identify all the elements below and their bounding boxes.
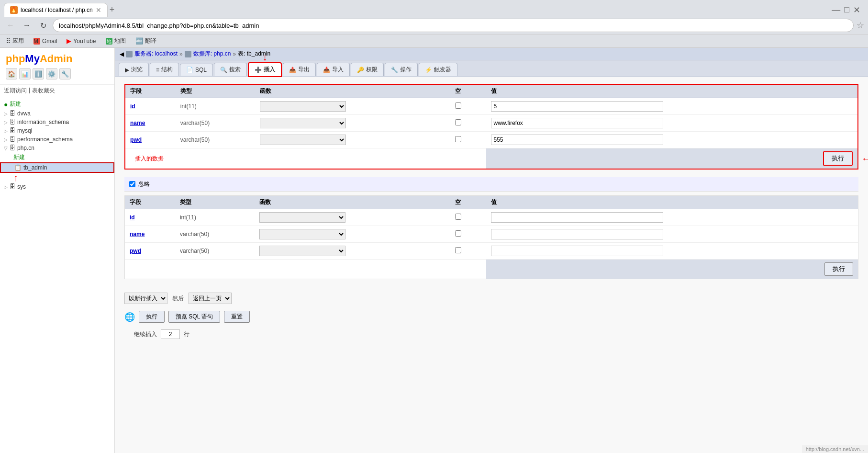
table-row: id int(11) [125, 209, 858, 226]
pma-info-icon[interactable]: ℹ️ [33, 68, 44, 79]
export-label: 导出 [298, 66, 310, 74]
field-id-1[interactable]: id [130, 103, 135, 110]
pma-db-icon[interactable]: 📊 [19, 68, 31, 79]
bookmark-youtube-label: YouTube [73, 38, 96, 45]
type-pwd-2: varchar(50) [180, 248, 209, 254]
dvwa-db-icon: 🗄 [10, 110, 15, 117]
bookmark-maps[interactable]: 地 地图 [104, 36, 128, 46]
nav-sep: | [29, 87, 30, 95]
triggers-label: 触发器 [434, 66, 451, 74]
field-id-2[interactable]: id [130, 214, 135, 221]
tab-structure[interactable]: ≡ 结构 [150, 63, 179, 76]
value-input-id-2[interactable] [491, 212, 663, 223]
active-tab[interactable]: 🔥 localhost / localhost / php.cn ✕ [4, 3, 108, 17]
collapse-sidebar-btn[interactable]: ◀ [120, 51, 124, 57]
new-tab-button[interactable]: + [110, 5, 115, 15]
null-checkbox-pwd-2[interactable] [455, 247, 461, 253]
null-checkbox-pwd-1[interactable] [455, 136, 461, 142]
breadcrumb-db[interactable]: 数据库: php.cn [193, 50, 231, 58]
after-insert-select[interactable]: 返回上一页 [189, 293, 232, 304]
tab-search[interactable]: 🔍 搜索 [214, 63, 247, 76]
field-name-1[interactable]: name [130, 120, 145, 126]
mysql-toggle: ▷ [4, 128, 8, 134]
field-table-2: 字段 类型 函数 空 值 id int(11) [125, 196, 858, 279]
ignore-checkbox[interactable] [129, 181, 135, 187]
field-table-1: 字段 类型 函数 空 值 id int(11) [125, 85, 857, 169]
php-cn-label: php.cn [17, 145, 34, 151]
breadcrumb-sep2: » [233, 51, 236, 57]
tab-triggers[interactable]: ⚡ 触发器 [419, 63, 457, 76]
recent-visits-link[interactable]: 近期访问 [4, 87, 27, 95]
address-input[interactable] [53, 19, 854, 32]
field-name-2[interactable]: name [130, 231, 145, 238]
null-checkbox-id-2[interactable] [455, 214, 461, 220]
preview-sql-button[interactable]: 预览 SQL 语句 [168, 311, 220, 323]
bottom-execute-button[interactable]: 执行 [139, 311, 165, 323]
func-select-name-2[interactable] [259, 229, 345, 239]
tab-close-button[interactable]: ✕ [96, 6, 101, 14]
sidebar-nav-row: 近期访问 | 表收藏夹 [0, 85, 114, 97]
sidebar-item-new[interactable]: ● 新建 [0, 99, 114, 109]
func-select-name-1[interactable] [260, 118, 346, 128]
bookmark-translate[interactable]: 🔤 翻译 [134, 36, 158, 46]
breadcrumb-server[interactable]: 服务器: localhost [134, 50, 178, 58]
null-checkbox-name-1[interactable] [455, 119, 461, 125]
bookmark-gmail[interactable]: M Gmail [32, 37, 59, 45]
value-input-name-1[interactable] [491, 118, 663, 128]
php-cn-db-icon: 🗄 [10, 145, 15, 151]
bookmark-star-button[interactable]: ☆ [857, 20, 864, 31]
field-pwd-1[interactable]: pwd [130, 136, 142, 143]
func-select-id-1[interactable] [260, 101, 346, 112]
tab-import[interactable]: 📥 导入 [317, 63, 350, 76]
reload-button[interactable]: ↻ [36, 19, 50, 32]
close-window-button[interactable]: ✕ [853, 5, 860, 15]
func-select-pwd-1[interactable] [260, 135, 346, 145]
continue-count-input[interactable] [161, 329, 180, 339]
tab-operations[interactable]: 🔧 操作 [385, 63, 418, 76]
bookmark-youtube[interactable]: ▶ YouTube [65, 36, 98, 45]
tab-export[interactable]: 📤 导出 [283, 63, 316, 76]
null-checkbox-id-1[interactable] [455, 102, 461, 109]
pma-home-icon[interactable]: 🏠 [6, 68, 17, 79]
value-input-pwd-2[interactable] [491, 246, 663, 256]
insert-message: 插入的数据 [130, 153, 168, 164]
func-select-pwd-2[interactable] [259, 246, 345, 256]
forward-button[interactable]: → [20, 19, 33, 32]
execute-button-1[interactable]: 执行 [823, 151, 853, 166]
sidebar-item-dvwa[interactable]: ▷ 🗄 dvwa [0, 109, 114, 118]
pma-tools-icon[interactable]: 🔧 [59, 68, 71, 79]
gmail-icon: M [33, 38, 40, 45]
func-select-id-2[interactable] [259, 212, 345, 223]
sidebar-item-php-cn[interactable]: ▽ 🗄 php.cn [0, 144, 114, 152]
sidebar-item-sys[interactable]: ▷ 🗄 sys [0, 182, 114, 191]
insert-mode-select[interactable]: 以新行插入 [124, 293, 167, 304]
value-input-id-1[interactable] [491, 101, 663, 112]
sidebar-item-mysql[interactable]: ▷ 🗄 mysql [0, 126, 114, 135]
bookmark-translate-label: 翻译 [145, 37, 156, 45]
sidebar-item-php-cn-new[interactable]: 新建 [0, 152, 114, 162]
col-header-type-1: 类型 [176, 85, 255, 98]
tab-insert[interactable]: ↓ ➕ 插入 [248, 62, 282, 77]
tab-sql[interactable]: 📄 SQL [180, 64, 213, 76]
execute-row-2: 执行 [125, 260, 858, 279]
table-favorites-link[interactable]: 表收藏夹 [32, 87, 55, 95]
value-input-name-2[interactable] [491, 229, 663, 239]
tab-browse[interactable]: ▶ 浏览 [119, 63, 149, 76]
execute-button-2[interactable]: 执行 [824, 262, 853, 276]
sidebar-item-information-schema[interactable]: ▷ 🗄 information_schema [0, 118, 114, 126]
tab-privileges[interactable]: 🔑 权限 [351, 63, 384, 76]
field-pwd-2[interactable]: pwd [130, 248, 141, 254]
table-row: id int(11) [125, 98, 857, 115]
insert-tab-arrow: ↓ [263, 52, 267, 63]
minimize-button[interactable]: — [832, 5, 840, 15]
null-checkbox-name-2[interactable] [455, 230, 461, 237]
sidebar-item-tb-admin[interactable]: 📋 tb_admin [0, 162, 114, 173]
back-button[interactable]: ← [4, 19, 17, 32]
bookmark-apps[interactable]: ⠿ 应用 [4, 36, 26, 46]
pma-settings-icon[interactable]: ⚙️ [46, 68, 57, 79]
sidebar-item-performance-schema[interactable]: ▷ 🗄 performance_schema [0, 135, 114, 144]
maximize-button[interactable]: □ [844, 5, 849, 15]
reset-button[interactable]: 重置 [224, 311, 250, 323]
status-url: http://blog.csdn.net/xvn... [806, 446, 864, 452]
value-input-pwd-1[interactable] [491, 135, 663, 145]
